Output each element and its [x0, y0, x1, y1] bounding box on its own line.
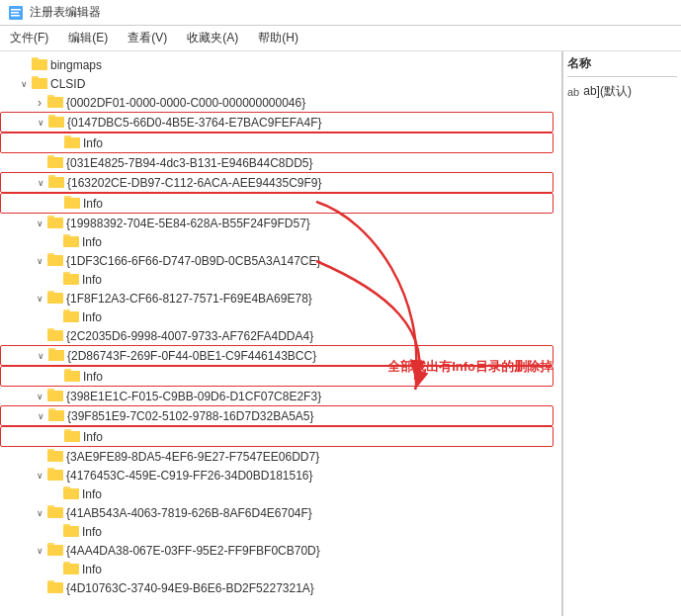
- svg-rect-51: [48, 350, 64, 361]
- expand-icon-key15[interactable]: ∨: [32, 543, 47, 559]
- svg-rect-27: [64, 198, 80, 209]
- tree-label-key4-info: Info: [83, 197, 103, 211]
- tree-item-key16[interactable]: {4D10763C-3740-94E9-B6E6-BD2F5227321A}: [0, 578, 561, 597]
- tree-label-key14-info: Info: [82, 525, 102, 539]
- svg-rect-48: [47, 330, 63, 341]
- expand-icon-key7[interactable]: ∨: [32, 291, 47, 307]
- svg-rect-69: [47, 470, 63, 481]
- tree-item-key7-info[interactable]: Info: [0, 308, 561, 326]
- svg-rect-3: [11, 15, 20, 17]
- expand-icon-key9-info: [48, 369, 64, 385]
- tree-item-key13-info[interactable]: Info: [0, 484, 561, 503]
- tree-label-key14: {41AB543A-4063-7819-626B-8AF6D4E6704F}: [66, 506, 312, 520]
- tree-label-key1: {0002DF01-0000-0000-C000-000000000046}: [66, 96, 305, 110]
- folder-icon-key2-info: [64, 134, 80, 151]
- tree-label-key7-info: Info: [82, 310, 102, 324]
- expand-icon-key6[interactable]: ∨: [32, 253, 47, 269]
- right-panel-default-item: ab ab](默认): [567, 81, 677, 102]
- tree-label-key5: {19988392-704E-5E84-628A-B55F24F9FD57}: [66, 217, 310, 230]
- tree-item-key4-info[interactable]: Info: [0, 193, 553, 214]
- svg-rect-30: [47, 218, 63, 228]
- menu-help[interactable]: 帮助(H): [254, 28, 302, 48]
- expand-icon-clsid[interactable]: ∨: [16, 76, 32, 92]
- tree-label-key9-info: Info: [83, 370, 103, 384]
- svg-rect-54: [64, 371, 80, 382]
- expand-icon-key13[interactable]: ∨: [32, 468, 47, 484]
- folder-icon-key4: [48, 174, 64, 191]
- folder-icon-key14-info: [63, 523, 79, 540]
- folder-icon-key9-info: [64, 368, 80, 385]
- tree-item-key15-info[interactable]: Info: [0, 560, 561, 578]
- menu-view[interactable]: 查看(V): [124, 28, 171, 48]
- folder-icon-key15-info: [63, 561, 79, 577]
- tree-item-key2[interactable]: ∨ {0147DBC5-66D0-4B5E-3764-E7BAC9FEFA4F}: [0, 112, 553, 132]
- svg-rect-9: [32, 78, 47, 89]
- expand-icon-key5[interactable]: ∨: [32, 216, 47, 231]
- folder-icon-key15: [47, 542, 63, 559]
- tree-label-key15-info: Info: [82, 563, 102, 576]
- tree-item-clsid[interactable]: ∨ CLSID: [0, 74, 561, 93]
- expand-icon-key2[interactable]: ∨: [33, 115, 48, 131]
- tree-item-key14-info[interactable]: Info: [0, 522, 561, 541]
- folder-icon-key11-info: [64, 428, 80, 445]
- expand-icon-key10[interactable]: ∨: [32, 389, 47, 404]
- tree-panel[interactable]: bingmaps∨ CLSID› {0002DF01-0000-0000-C00…: [0, 51, 562, 616]
- tree-label-key15: {4AA4DA38-067E-03FF-95E2-FF9FBF0CB70D}: [66, 544, 320, 558]
- expand-icon-key15-info: [47, 562, 63, 577]
- tree-item-bingmaps[interactable]: bingmaps: [0, 55, 561, 74]
- tree-item-key7[interactable]: ∨ {1F8F12A3-CF66-8127-7571-F69E4BA69E78}: [0, 289, 561, 308]
- tree-item-key2-info[interactable]: Info: [0, 132, 553, 153]
- folder-icon-key7: [47, 290, 63, 307]
- expand-icon-key9[interactable]: ∨: [33, 348, 48, 364]
- tree-item-key3[interactable]: {031E4825-7B94-4dc3-B131-E946B44C8DD5}: [0, 153, 561, 172]
- expand-icon-key5-info: [47, 234, 63, 250]
- menu-edit[interactable]: 编辑(E): [64, 28, 112, 48]
- tree-item-key9[interactable]: ∨ {2D86743F-269F-0F44-0BE1-C9F446143BCC}: [0, 345, 553, 366]
- tree-item-key5-info[interactable]: Info: [0, 232, 561, 251]
- folder-icon-key11: [48, 407, 64, 424]
- tree-label-key12: {3AE9FE89-8DA5-4EF6-9E27-F7547EE06DD7}: [66, 450, 319, 464]
- tree-item-key4[interactable]: ∨ {163202CE-DB97-C112-6ACA-AEE94435C9F9}: [0, 172, 553, 193]
- svg-rect-12: [47, 97, 63, 108]
- tree-item-key1[interactable]: › {0002DF01-0000-0000-C000-000000000046}: [0, 93, 561, 112]
- tree-item-key14[interactable]: ∨ {41AB543A-4063-7819-626B-8AF6D4E6704F}: [0, 503, 561, 522]
- folder-icon-key14: [47, 504, 63, 521]
- tree-item-key13[interactable]: ∨ {4176453C-459E-C919-FF26-34D0BD181516}: [0, 466, 561, 484]
- svg-rect-57: [47, 391, 63, 401]
- tree-item-key15[interactable]: ∨ {4AA4DA38-067E-03FF-95E2-FF9FBF0CB70D}: [0, 541, 561, 560]
- folder-icon-key16: [47, 579, 63, 596]
- tree-label-key16: {4D10763C-3740-94E9-B6E6-BD2F5227321A}: [66, 581, 314, 595]
- expand-icon-key12: [32, 449, 47, 465]
- svg-rect-36: [47, 255, 63, 266]
- svg-rect-6: [32, 59, 47, 70]
- folder-icon-clsid: [32, 75, 47, 92]
- svg-rect-81: [47, 545, 63, 556]
- tree-item-key12[interactable]: {3AE9FE89-8DA5-4EF6-9E27-F7547EE06DD7}: [0, 447, 561, 466]
- menu-bar: 文件(F) 编辑(E) 查看(V) 收藏夹(A) 帮助(H): [0, 26, 681, 51]
- tree-item-key6[interactable]: ∨ {1DF3C166-6F66-D747-0B9D-0CB5A3A147CE}: [0, 251, 561, 270]
- expand-icon-key4[interactable]: ∨: [33, 175, 48, 191]
- menu-favorites[interactable]: 收藏夹(A): [183, 28, 242, 48]
- svg-rect-1: [11, 9, 21, 11]
- expand-icon-key3: [32, 155, 47, 171]
- menu-file[interactable]: 文件(F): [6, 28, 52, 48]
- tree-item-key6-info[interactable]: Info: [0, 270, 561, 289]
- expand-icon-key14-info: [47, 524, 63, 540]
- svg-rect-75: [47, 507, 63, 518]
- expand-icon-key11[interactable]: ∨: [33, 408, 48, 424]
- expand-icon-key14[interactable]: ∨: [32, 505, 47, 521]
- expand-icon-key1[interactable]: ›: [32, 95, 47, 111]
- folder-icon-key10: [47, 388, 63, 404]
- svg-rect-63: [64, 431, 80, 442]
- tree-item-key9-info[interactable]: Info: [0, 366, 553, 387]
- default-value-label: ab](默认): [583, 83, 632, 100]
- folder-icon-key7-info: [63, 308, 79, 325]
- ab-icon: ab: [567, 86, 579, 98]
- tree-item-key11-info[interactable]: Info: [0, 426, 553, 447]
- tree-item-key11[interactable]: ∨ {39F851E9-7C02-5102-9788-16D7D32BA5A5}: [0, 405, 553, 426]
- svg-rect-24: [48, 177, 64, 188]
- tree-item-key10[interactable]: ∨ {398E1E1C-F015-C9BB-09D6-D1CF07C8E2F3}: [0, 387, 561, 405]
- tree-item-key5[interactable]: ∨ {19988392-704E-5E84-628A-B55F24F9FD57}: [0, 214, 561, 232]
- tree-item-key8[interactable]: {2C2035D6-9998-4007-9733-AF762FA4DDA4}: [0, 326, 561, 345]
- tree-label-key7: {1F8F12A3-CF66-8127-7571-F69E4BA69E78}: [66, 292, 312, 306]
